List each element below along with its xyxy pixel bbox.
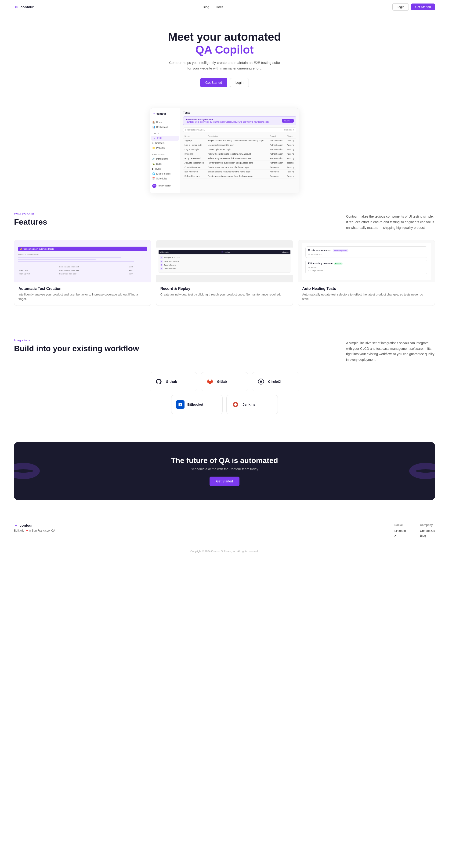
cell-status: Passing <box>285 169 296 174</box>
nav-logo[interactable]: contour <box>14 4 34 9</box>
features-section: What We Offer Features Contour makes the… <box>0 193 449 319</box>
col-status: Status <box>285 134 296 138</box>
feature-title-record: Record & Replay <box>160 287 289 291</box>
mockup-sidebar-bugs[interactable]: 🐛Bugs <box>150 161 180 166</box>
integrations-description: A simple, intuitive set of integrations … <box>346 340 435 363</box>
feature-title-auto: Automatic Test Creation <box>19 287 147 291</box>
footer-blog[interactable]: Blog <box>420 534 435 537</box>
nav-login-button[interactable]: Login <box>392 3 409 10</box>
table-row: Sign up Register a new user using email … <box>183 138 296 143</box>
cell-status: Passing <box>285 143 296 147</box>
nav-link-blog[interactable]: Blog <box>203 5 209 9</box>
footer-social-heading: Social <box>394 523 406 527</box>
cell-description: Follow Forgot Password link to restore a… <box>206 156 268 161</box>
cell-description: Register a new user using email auth fro… <box>206 138 268 143</box>
mockup-banner-sub: New tests were discovered by scanning yo… <box>186 121 269 123</box>
mockup-columns-label[interactable]: Columns ▾ <box>284 129 294 131</box>
progress-bar <box>18 261 134 262</box>
footer-top: contour Built with ♥ in San Francisco, C… <box>14 523 435 539</box>
features-cards: ✨Generating new automated tests Analyzin… <box>14 240 435 306</box>
col-description: Description <box>206 134 268 138</box>
cell-project: Authentication <box>268 156 285 161</box>
footer-logo: contour <box>14 523 55 528</box>
mockup-sidebar-integrations[interactable]: 🔗Integrations <box>150 157 180 161</box>
github-icon <box>155 377 163 386</box>
nav-links: Blog Docs <box>203 5 223 9</box>
footer-x[interactable]: X <box>394 534 406 537</box>
mockup-tests-table: Name Description Project Status Sign up … <box>183 134 296 179</box>
mockup-sidebar-projects[interactable]: 📁Projects <box>150 146 180 150</box>
progress-bar <box>18 257 121 258</box>
footer-columns: Social LinkedIn X Company Contact Us Blo… <box>394 523 435 539</box>
integrations-row-2: Bitbucket Jenkins <box>150 395 299 414</box>
footer-col-company: Company Contact Us Blog <box>420 523 435 539</box>
mockup-review-button[interactable]: Review → <box>282 119 294 123</box>
mockup-sidebar-environments[interactable]: 🌐Environments <box>150 171 180 176</box>
svg-point-3 <box>234 403 237 406</box>
features-heading: Features <box>14 217 47 226</box>
feature-card-body-auto: Automatic Test Creation Intelligently an… <box>14 282 151 306</box>
mockup-filter-bar[interactable]: Filter tests by name... Columns ▾ <box>183 127 296 132</box>
table-row: Log In - email auth Use email/password t… <box>183 143 296 147</box>
integration-github: Github <box>150 372 197 391</box>
footer-contact-us[interactable]: Contact Us <box>420 529 435 532</box>
progress-bar <box>18 259 96 260</box>
nav-get-started-button[interactable]: Get Started <box>411 3 435 10</box>
footer-linkedin[interactable]: LinkedIn <box>394 529 406 532</box>
mockup-user-avatar: TT Tommy Tester <box>150 181 180 190</box>
hero-login-button[interactable]: Login <box>230 78 249 87</box>
heart-icon: ♥ <box>26 529 28 532</box>
feature-desc-record: Create an individual test by clicking th… <box>160 292 289 297</box>
hero-buttons: Get Started Login <box>5 78 444 87</box>
integrations-heading: Build into your existing workflow <box>14 344 139 353</box>
features-description: Contour makes the tedious components of … <box>346 214 435 230</box>
mockup-banner: 4 new tests auto-generated New tests wer… <box>183 116 296 125</box>
gitlab-icon <box>206 377 214 386</box>
cell-name: Log In - Google <box>183 147 206 152</box>
feature-desc-heal: Automatically update test selectors to r… <box>302 292 430 301</box>
mockup-filter-placeholder: Filter tests by name... <box>185 129 284 131</box>
cell-status: Passing <box>285 165 296 169</box>
mockup-sidebar-tests[interactable]: ✓Tests <box>151 136 179 141</box>
hero-get-started-button[interactable]: Get Started <box>200 78 227 87</box>
cell-status: Passing <box>285 152 296 156</box>
cell-project: Resource <box>268 165 285 169</box>
feature-card-img-heal: Create new resource 2 steps updated ⏱ 1 … <box>298 240 435 282</box>
feature-card-img-record: ● Recording contour uf.com × 1 Navigate … <box>156 240 293 282</box>
table-row: Forgot Password Follow Forgot Password l… <box>183 156 296 161</box>
record-illustration: ● Recording contour uf.com × 1 Navigate … <box>156 248 293 275</box>
features-section-label: What We Offer <box>14 212 47 215</box>
cell-description: Delete an existing resource from the hom… <box>206 174 268 179</box>
cta-section: The future of QA is automated Schedule a… <box>14 442 435 500</box>
cell-project: Authentication <box>268 138 285 143</box>
features-top: What We Offer Features Contour makes the… <box>14 212 435 230</box>
cell-description: Create a new resource from the home page <box>206 165 268 169</box>
mockup-logo-text: contour <box>156 112 166 115</box>
features-left: What We Offer Features <box>14 212 47 226</box>
integrations-section-label: Integrations <box>14 339 139 342</box>
circleci-icon <box>257 377 265 386</box>
mockup-sidebar-dashboard[interactable]: 📊Dashboard <box>150 125 180 130</box>
auto-illustration: ✨Generating new automated tests Analyzin… <box>14 243 151 280</box>
cell-name: Activate subscription <box>183 161 206 165</box>
mockup-sidebar-snippets[interactable]: ✂Snippets <box>150 141 180 146</box>
mockup-sidebar-schedules[interactable]: 📅Schedules <box>150 176 180 181</box>
integrations-row-1: Github Gitlab CircleCI <box>150 372 299 391</box>
cell-name: Create Resource <box>183 165 206 169</box>
feature-card-body-heal: Auto-Healing Tests Automatically update … <box>298 282 435 306</box>
integration-jenkins: Jenkins <box>226 395 278 414</box>
heal-card-2: Edit existing resource Passed ⏱ 32 sec ✓… <box>306 260 427 274</box>
cell-project: Authentication <box>268 161 285 165</box>
hero-subtitle: Contour helps you intelligently create a… <box>168 60 281 71</box>
cell-name: Edit Resource <box>183 169 206 174</box>
mockup-sidebar-home[interactable]: 🏠Home <box>150 120 180 125</box>
footer-logo-text: contour <box>20 523 33 527</box>
mockup-sidebar-runs[interactable]: ▶Runs <box>150 166 180 171</box>
bitbucket-icon <box>176 400 185 409</box>
footer-company-heading: Company <box>420 523 435 527</box>
nav-link-docs[interactable]: Docs <box>216 5 223 9</box>
cta-get-started-button[interactable]: Get Started <box>210 476 239 486</box>
col-project: Project <box>268 134 285 138</box>
cell-project: Authentication <box>268 143 285 147</box>
jenkins-name: Jenkins <box>243 402 256 406</box>
